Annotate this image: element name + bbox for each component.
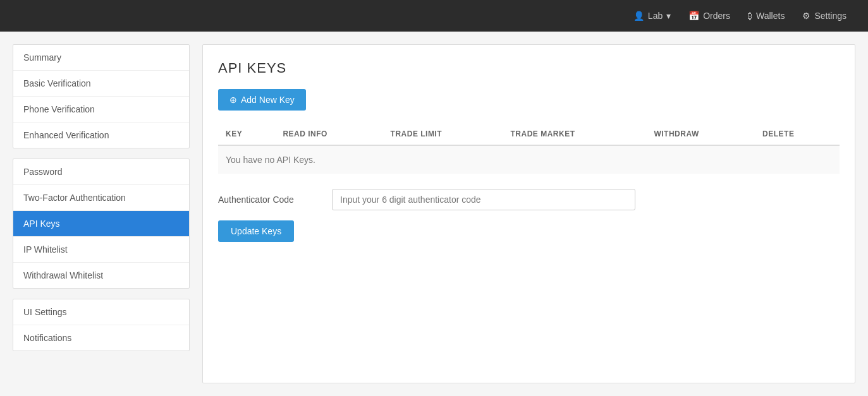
nav-settings-label: Settings — [814, 11, 847, 21]
sidebar: Summary Basic Verification Phone Verific… — [13, 44, 190, 383]
main-content: API KEYS ⊕ Add New Key KEY READ INFO TRA… — [202, 44, 855, 383]
authenticator-section: Authenticator Code — [218, 189, 840, 210]
no-keys-message: You have no API Keys. — [218, 145, 840, 174]
sidebar-item-basic-verification[interactable]: Basic Verification — [13, 71, 189, 97]
page-title: API KEYS — [218, 60, 840, 76]
nav-wallets-label: Wallets — [756, 11, 785, 21]
table-header-row: KEY READ INFO TRADE LIMIT TRADE MARKET W… — [218, 123, 840, 145]
authenticator-label: Authenticator Code — [218, 195, 319, 205]
page-layout: Summary Basic Verification Phone Verific… — [0, 32, 868, 396]
sidebar-item-api-keys[interactable]: API Keys — [13, 211, 189, 237]
nav-wallets[interactable]: ₿ Wallets — [739, 6, 793, 26]
col-delete: DELETE — [755, 123, 840, 145]
plus-circle-icon: ⊕ — [229, 95, 237, 105]
authenticator-input[interactable] — [332, 189, 635, 210]
topnav: 👤 Lab ▾ 📅 Orders ₿ Wallets ⚙ Settings — [0, 0, 868, 32]
calendar-icon: 📅 — [688, 11, 699, 21]
sidebar-item-enhanced-verification[interactable]: Enhanced Verification — [13, 123, 189, 148]
sidebar-item-summary[interactable]: Summary — [13, 45, 189, 71]
add-new-key-button[interactable]: ⊕ Add New Key — [218, 89, 306, 111]
sidebar-item-two-factor[interactable]: Two-Factor Authentication — [13, 185, 189, 211]
api-keys-table: KEY READ INFO TRADE LIMIT TRADE MARKET W… — [218, 123, 840, 174]
sidebar-group-preferences: UI Settings Notifications — [13, 299, 190, 351]
col-trade-limit: TRADE LIMIT — [383, 123, 503, 145]
sidebar-group-verification: Summary Basic Verification Phone Verific… — [13, 44, 190, 148]
nav-orders[interactable]: 📅 Orders — [680, 6, 739, 26]
chevron-down-icon: ▾ — [666, 11, 671, 21]
sidebar-item-phone-verification[interactable]: Phone Verification — [13, 97, 189, 123]
nav-lab[interactable]: 👤 Lab ▾ — [625, 6, 680, 26]
gear-icon: ⚙ — [802, 11, 810, 21]
no-keys-row: You have no API Keys. — [218, 145, 840, 174]
col-withdraw: WITHDRAW — [646, 123, 755, 145]
sidebar-item-notifications[interactable]: Notifications — [13, 325, 189, 351]
nav-lab-label: Lab — [648, 11, 663, 21]
sidebar-group-account: Password Two-Factor Authentication API K… — [13, 159, 190, 289]
sidebar-item-password[interactable]: Password — [13, 159, 189, 185]
nav-settings[interactable]: ⚙ Settings — [793, 6, 855, 26]
col-trade-market: TRADE MARKET — [503, 123, 647, 145]
col-read-info: READ INFO — [275, 123, 382, 145]
nav-orders-label: Orders — [703, 11, 730, 21]
sidebar-item-ip-whitelist[interactable]: IP Whitelist — [13, 237, 189, 263]
col-key: KEY — [218, 123, 275, 145]
sidebar-item-ui-settings[interactable]: UI Settings — [13, 299, 189, 325]
bitcoin-icon: ₿ — [748, 11, 752, 21]
sidebar-item-withdrawal-whitelist[interactable]: Withdrawal Whitelist — [13, 263, 189, 288]
user-icon: 👤 — [633, 11, 644, 21]
update-keys-button[interactable]: Update Keys — [218, 220, 294, 242]
